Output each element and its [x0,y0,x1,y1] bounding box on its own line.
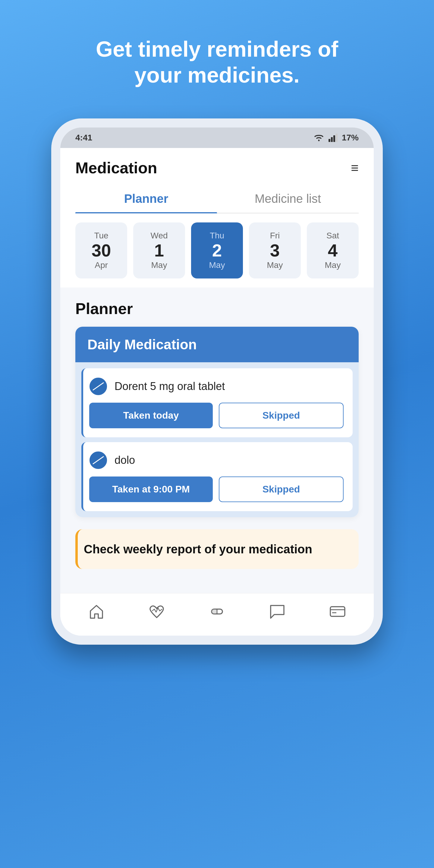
daily-medication-title: Daily Medication [87,337,197,352]
phone-mockup: 4:41 17% [51,119,383,645]
nav-chat[interactable] [268,602,286,621]
card-icon [329,602,347,621]
med-item-dorent: Dorent 5 mg oral tablet Taken today Skip… [82,368,352,437]
nav-medication[interactable] [208,602,226,621]
date-sat-4[interactable]: Sat 4 May [307,222,359,278]
med-actions-dolo: Taken at 9:00 PM Skipped [89,476,344,502]
date-tue-30[interactable]: Tue 30 Apr [75,222,127,278]
med-icon-dorent [89,377,107,396]
svg-rect-1 [329,139,330,142]
nav-card[interactable] [329,602,347,621]
pill-icon [208,602,226,621]
hero-headline: Get timely reminders of your medicines. [82,36,352,88]
weekly-report-card[interactable]: Check weekly report of your medication [75,529,359,569]
phone-screen: 4:41 17% [60,127,374,636]
tab-bar: Planner Medicine list [75,186,359,213]
taken-9pm-button[interactable]: Taken at 9:00 PM [89,476,213,502]
bottom-navigation [60,593,374,636]
skip-dorent-button[interactable]: Skipped [219,403,344,428]
med-item-dolo: dolo Taken at 9:00 PM Skipped [82,442,352,511]
planner-title: Planner [75,300,359,318]
svg-rect-3 [333,135,335,142]
menu-icon[interactable]: ≡ [351,160,359,176]
home-icon [87,602,105,621]
tab-medicine-list[interactable]: Medicine list [217,186,359,213]
main-content: Planner Daily Medication [60,287,374,593]
svg-rect-4 [336,133,338,142]
svg-point-0 [318,140,319,141]
date-strip: Tue 30 Apr Wed 1 May Thu 2 May Fri 3 May… [60,213,374,287]
chat-icon [268,602,286,621]
taken-today-button[interactable]: Taken today [89,403,213,428]
nav-health[interactable] [148,602,166,621]
date-wed-1[interactable]: Wed 1 May [133,222,185,278]
title-row: Medication ≡ [75,159,359,177]
daily-medication-header: Daily Medication [75,327,359,362]
med-name-dorent: Dorent 5 mg oral tablet [115,380,225,393]
medication-items: Dorent 5 mg oral tablet Taken today Skip… [75,362,359,517]
med-icon-dolo [89,451,107,469]
status-bar: 4:41 17% [60,127,374,148]
battery-status: 17% [342,133,359,143]
date-thu-2[interactable]: Thu 2 May [191,222,243,278]
med-actions-dorent: Taken today Skipped [89,403,344,428]
skip-dolo-button[interactable]: Skipped [219,476,344,502]
status-icons: 17% [313,133,359,143]
heart-icon [148,602,166,621]
signal-icon [329,133,338,142]
app-header: Medication ≡ Planner Medicine list [60,148,374,213]
svg-rect-2 [331,137,333,142]
daily-medication-card: Daily Medication Dorent 5 mg oral [75,327,359,517]
date-fri-3[interactable]: Fri 3 May [249,222,301,278]
app-title: Medication [75,159,157,177]
nav-home[interactable] [87,602,105,621]
weekly-card-text: Check weekly report of your medication [84,542,312,556]
med-name-dolo: dolo [115,454,135,467]
wifi-icon [313,133,324,142]
status-time: 4:41 [75,133,92,143]
svg-rect-13 [212,609,217,614]
tab-planner[interactable]: Planner [75,186,217,213]
svg-rect-14 [330,607,345,616]
